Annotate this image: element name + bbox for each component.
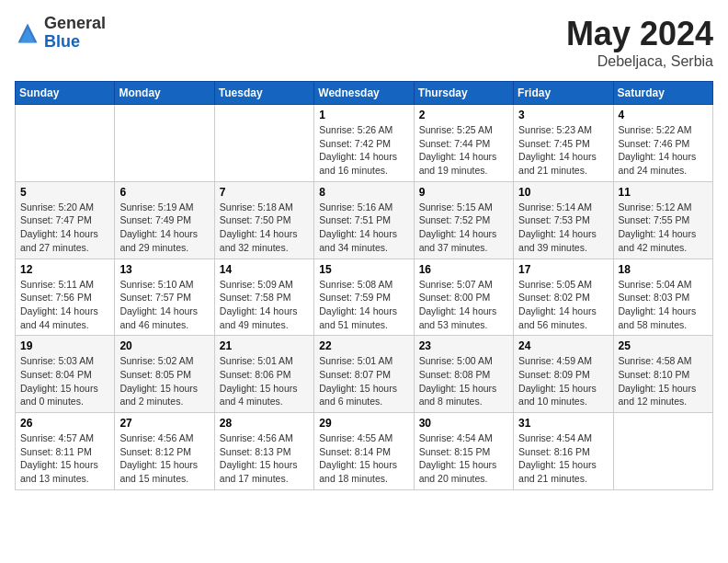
day-info: Sunrise: 5:04 AMSunset: 8:03 PMDaylight:… <box>619 278 708 332</box>
calendar-cell: 5Sunrise: 5:20 AMSunset: 7:47 PMDaylight… <box>16 181 115 259</box>
day-info: Sunrise: 4:55 AMSunset: 8:14 PMDaylight:… <box>319 431 408 486</box>
day-number: 27 <box>119 417 209 430</box>
calendar-cell: 1Sunrise: 5:26 AMSunset: 7:42 PMDaylight… <box>314 105 414 182</box>
day-number: 30 <box>419 417 508 430</box>
calendar-cell: 18Sunrise: 5:04 AMSunset: 8:03 PMDayligh… <box>613 259 712 336</box>
day-number: 12 <box>20 263 109 276</box>
day-number: 7 <box>220 186 309 199</box>
day-number: 15 <box>319 263 408 276</box>
day-number: 13 <box>119 263 209 276</box>
calendar-cell: 22Sunrise: 5:01 AMSunset: 8:07 PMDayligh… <box>314 336 414 413</box>
day-info: Sunrise: 5:19 AMSunset: 7:49 PMDaylight:… <box>119 201 209 255</box>
day-info: Sunrise: 5:10 AMSunset: 7:57 PMDaylight:… <box>119 278 209 332</box>
calendar-cell: 21Sunrise: 5:01 AMSunset: 8:06 PMDayligh… <box>214 336 313 413</box>
day-number: 19 <box>20 339 109 352</box>
calendar-location: Debeljaca, Serbia <box>566 53 713 70</box>
day-info: Sunrise: 4:54 AMSunset: 8:15 PMDaylight:… <box>419 431 508 486</box>
day-info: Sunrise: 5:18 AMSunset: 7:50 PMDaylight:… <box>220 201 309 255</box>
day-info: Sunrise: 5:25 AMSunset: 7:44 PMDaylight:… <box>419 123 508 178</box>
calendar-cell: 4Sunrise: 5:22 AMSunset: 7:46 PMDaylight… <box>613 105 712 182</box>
calendar-cell: 7Sunrise: 5:18 AMSunset: 7:50 PMDaylight… <box>214 181 313 259</box>
weekday-header-row: SundayMondayTuesdayWednesdayThursdayFrid… <box>16 82 713 105</box>
calendar-cell: 3Sunrise: 5:23 AMSunset: 7:45 PMDaylight… <box>514 105 613 182</box>
day-info: Sunrise: 5:09 AMSunset: 7:58 PMDaylight:… <box>220 278 309 332</box>
day-info: Sunrise: 5:01 AMSunset: 8:07 PMDaylight:… <box>319 354 408 408</box>
day-number: 21 <box>220 339 309 352</box>
day-info: Sunrise: 5:07 AMSunset: 8:00 PMDaylight:… <box>419 278 508 332</box>
title-block: May 2024 Debeljaca, Serbia <box>566 15 713 70</box>
weekday-header: Friday <box>514 82 613 105</box>
day-info: Sunrise: 5:08 AMSunset: 7:59 PMDaylight:… <box>319 278 408 332</box>
calendar-week-row: 1Sunrise: 5:26 AMSunset: 7:42 PMDaylight… <box>16 105 713 182</box>
day-info: Sunrise: 5:02 AMSunset: 8:05 PMDaylight:… <box>119 354 209 408</box>
calendar-cell: 30Sunrise: 4:54 AMSunset: 8:15 PMDayligh… <box>414 413 513 490</box>
calendar-week-row: 5Sunrise: 5:20 AMSunset: 7:47 PMDaylight… <box>16 181 713 259</box>
day-info: Sunrise: 5:20 AMSunset: 7:47 PMDaylight:… <box>20 201 109 255</box>
weekday-header: Sunday <box>16 82 115 105</box>
calendar-cell: 11Sunrise: 5:12 AMSunset: 7:55 PMDayligh… <box>613 181 712 259</box>
day-info: Sunrise: 5:05 AMSunset: 8:02 PMDaylight:… <box>518 278 608 332</box>
day-info: Sunrise: 5:01 AMSunset: 8:06 PMDaylight:… <box>220 354 309 408</box>
day-info: Sunrise: 5:22 AMSunset: 7:46 PMDaylight:… <box>619 123 708 178</box>
calendar-cell <box>115 105 214 182</box>
calendar-week-row: 19Sunrise: 5:03 AMSunset: 8:04 PMDayligh… <box>16 336 713 413</box>
calendar-cell: 16Sunrise: 5:07 AMSunset: 8:00 PMDayligh… <box>414 259 513 336</box>
day-number: 1 <box>319 109 408 121</box>
day-number: 3 <box>518 109 608 121</box>
calendar-cell: 31Sunrise: 4:54 AMSunset: 8:16 PMDayligh… <box>514 413 613 490</box>
day-info: Sunrise: 4:57 AMSunset: 8:11 PMDaylight:… <box>20 431 109 486</box>
weekday-header: Wednesday <box>314 82 414 105</box>
day-info: Sunrise: 5:26 AMSunset: 7:42 PMDaylight:… <box>319 123 408 178</box>
calendar-cell: 19Sunrise: 5:03 AMSunset: 8:04 PMDayligh… <box>16 336 115 413</box>
day-info: Sunrise: 5:03 AMSunset: 8:04 PMDaylight:… <box>20 354 109 408</box>
day-number: 17 <box>518 263 608 276</box>
logo-blue: Blue <box>44 33 106 52</box>
day-number: 22 <box>319 339 408 352</box>
calendar-cell <box>16 105 115 182</box>
calendar-cell: 14Sunrise: 5:09 AMSunset: 7:58 PMDayligh… <box>214 259 313 336</box>
day-info: Sunrise: 5:16 AMSunset: 7:51 PMDaylight:… <box>319 201 408 255</box>
weekday-header: Thursday <box>414 82 513 105</box>
day-number: 26 <box>20 417 109 430</box>
calendar-cell: 13Sunrise: 5:10 AMSunset: 7:57 PMDayligh… <box>115 259 214 336</box>
calendar-cell: 27Sunrise: 4:56 AMSunset: 8:12 PMDayligh… <box>115 413 214 490</box>
calendar-cell: 17Sunrise: 5:05 AMSunset: 8:02 PMDayligh… <box>514 259 613 336</box>
calendar-table: SundayMondayTuesdayWednesdayThursdayFrid… <box>15 81 713 490</box>
day-number: 2 <box>419 109 508 121</box>
day-info: Sunrise: 5:00 AMSunset: 8:08 PMDaylight:… <box>419 354 508 408</box>
day-number: 28 <box>220 417 309 430</box>
weekday-header: Saturday <box>613 82 712 105</box>
calendar-cell: 10Sunrise: 5:14 AMSunset: 7:53 PMDayligh… <box>514 181 613 259</box>
day-info: Sunrise: 4:58 AMSunset: 8:10 PMDaylight:… <box>619 354 708 408</box>
calendar-week-row: 12Sunrise: 5:11 AMSunset: 7:56 PMDayligh… <box>16 259 713 336</box>
calendar-cell: 20Sunrise: 5:02 AMSunset: 8:05 PMDayligh… <box>115 336 214 413</box>
weekday-header: Tuesday <box>214 82 313 105</box>
calendar-cell <box>214 105 313 182</box>
page-header: General Blue May 2024 Debeljaca, Serbia <box>15 15 713 70</box>
day-info: Sunrise: 4:56 AMSunset: 8:13 PMDaylight:… <box>220 431 309 486</box>
day-number: 29 <box>319 417 408 430</box>
day-number: 18 <box>619 263 708 276</box>
day-number: 11 <box>619 186 708 199</box>
weekday-header: Monday <box>115 82 214 105</box>
calendar-cell: 25Sunrise: 4:58 AMSunset: 8:10 PMDayligh… <box>613 336 712 413</box>
day-info: Sunrise: 4:56 AMSunset: 8:12 PMDaylight:… <box>119 431 209 486</box>
calendar-cell: 12Sunrise: 5:11 AMSunset: 7:56 PMDayligh… <box>16 259 115 336</box>
day-number: 16 <box>419 263 508 276</box>
calendar-cell: 2Sunrise: 5:25 AMSunset: 7:44 PMDaylight… <box>414 105 513 182</box>
logo-general: General <box>44 15 106 33</box>
day-info: Sunrise: 5:14 AMSunset: 7:53 PMDaylight:… <box>518 201 608 255</box>
logo-icon <box>15 20 40 46</box>
day-number: 8 <box>319 186 408 199</box>
day-info: Sunrise: 5:15 AMSunset: 7:52 PMDaylight:… <box>419 201 508 255</box>
day-info: Sunrise: 5:11 AMSunset: 7:56 PMDaylight:… <box>20 278 109 332</box>
day-number: 10 <box>518 186 608 199</box>
logo-text: General Blue <box>44 15 106 52</box>
day-info: Sunrise: 4:59 AMSunset: 8:09 PMDaylight:… <box>518 354 608 408</box>
day-info: Sunrise: 5:12 AMSunset: 7:55 PMDaylight:… <box>619 201 708 255</box>
calendar-cell: 23Sunrise: 5:00 AMSunset: 8:08 PMDayligh… <box>414 336 513 413</box>
day-number: 23 <box>419 339 508 352</box>
calendar-week-row: 26Sunrise: 4:57 AMSunset: 8:11 PMDayligh… <box>16 413 713 490</box>
day-number: 4 <box>619 109 708 121</box>
calendar-cell: 26Sunrise: 4:57 AMSunset: 8:11 PMDayligh… <box>16 413 115 490</box>
